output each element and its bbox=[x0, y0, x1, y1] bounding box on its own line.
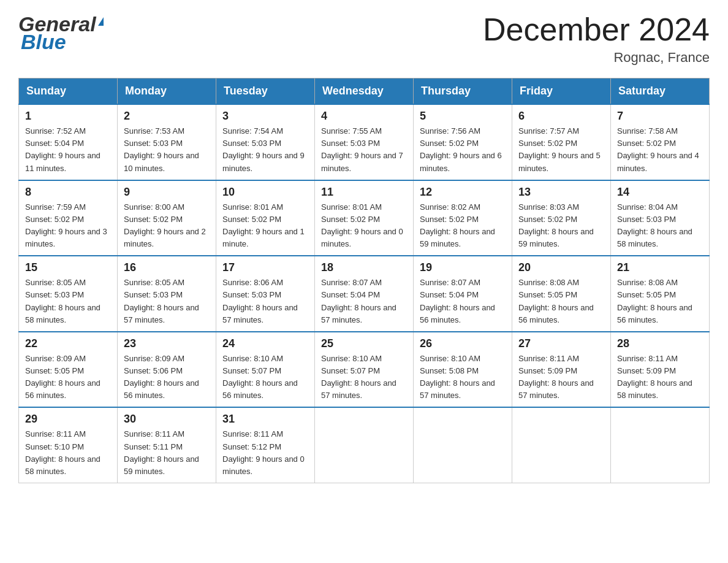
day-info: Sunrise: 7:54 AMSunset: 5:03 PMDaylight:… bbox=[222, 125, 308, 175]
logo: General Blue bbox=[18, 12, 104, 54]
day-info: Sunrise: 8:06 AMSunset: 5:03 PMDaylight:… bbox=[222, 277, 308, 326]
col-saturday: Saturday bbox=[611, 79, 710, 105]
day-info: Sunrise: 8:09 AMSunset: 5:06 PMDaylight:… bbox=[124, 353, 210, 402]
calendar-cell: 8 Sunrise: 7:59 AMSunset: 5:02 PMDayligh… bbox=[19, 180, 118, 256]
day-info: Sunrise: 7:58 AMSunset: 5:02 PMDaylight:… bbox=[617, 125, 703, 175]
day-number: 14 bbox=[617, 186, 703, 199]
calendar-cell: 12 Sunrise: 8:02 AMSunset: 5:02 PMDaylig… bbox=[414, 180, 512, 256]
day-info: Sunrise: 7:53 AMSunset: 5:03 PMDaylight:… bbox=[124, 125, 210, 175]
calendar-cell: 20 Sunrise: 8:08 AMSunset: 5:05 PMDaylig… bbox=[512, 256, 611, 332]
day-info: Sunrise: 8:00 AMSunset: 5:02 PMDaylight:… bbox=[124, 201, 210, 251]
calendar-cell: 30 Sunrise: 8:11 AMSunset: 5:11 PMDaylig… bbox=[118, 407, 216, 483]
day-number: 18 bbox=[321, 261, 407, 274]
calendar-cell: 26 Sunrise: 8:10 AMSunset: 5:08 PMDaylig… bbox=[414, 332, 512, 408]
calendar-cell: 7 Sunrise: 7:58 AMSunset: 5:02 PMDayligh… bbox=[611, 104, 710, 180]
calendar-cell: 18 Sunrise: 8:07 AMSunset: 5:04 PMDaylig… bbox=[315, 256, 414, 332]
col-sunday: Sunday bbox=[19, 79, 118, 105]
week-row-4: 22 Sunrise: 8:09 AMSunset: 5:05 PMDaylig… bbox=[19, 332, 710, 408]
day-number: 20 bbox=[518, 261, 604, 274]
day-info: Sunrise: 8:10 AMSunset: 5:08 PMDaylight:… bbox=[420, 353, 506, 402]
day-number: 17 bbox=[222, 261, 308, 274]
day-number: 10 bbox=[222, 186, 308, 199]
day-info: Sunrise: 8:10 AMSunset: 5:07 PMDaylight:… bbox=[321, 353, 407, 402]
day-number: 31 bbox=[222, 413, 308, 426]
day-number: 3 bbox=[222, 110, 308, 123]
calendar-cell: 21 Sunrise: 8:08 AMSunset: 5:05 PMDaylig… bbox=[611, 256, 710, 332]
col-thursday: Thursday bbox=[414, 79, 512, 105]
calendar-cell: 29 Sunrise: 8:11 AMSunset: 5:10 PMDaylig… bbox=[19, 407, 118, 483]
day-number: 2 bbox=[124, 110, 210, 123]
day-info: Sunrise: 8:02 AMSunset: 5:02 PMDaylight:… bbox=[420, 201, 506, 251]
day-info: Sunrise: 8:07 AMSunset: 5:04 PMDaylight:… bbox=[420, 277, 506, 326]
week-row-3: 15 Sunrise: 8:05 AMSunset: 5:03 PMDaylig… bbox=[19, 256, 710, 332]
week-row-5: 29 Sunrise: 8:11 AMSunset: 5:10 PMDaylig… bbox=[19, 407, 710, 483]
logo-triangle-icon bbox=[98, 17, 104, 26]
calendar-cell: 10 Sunrise: 8:01 AMSunset: 5:02 PMDaylig… bbox=[216, 180, 315, 256]
calendar-cell: 3 Sunrise: 7:54 AMSunset: 5:03 PMDayligh… bbox=[216, 104, 315, 180]
day-number: 16 bbox=[124, 261, 210, 274]
day-number: 23 bbox=[124, 337, 210, 350]
calendar-cell: 2 Sunrise: 7:53 AMSunset: 5:03 PMDayligh… bbox=[118, 104, 216, 180]
calendar-cell: 17 Sunrise: 8:06 AMSunset: 5:03 PMDaylig… bbox=[216, 256, 315, 332]
calendar-cell: 23 Sunrise: 8:09 AMSunset: 5:06 PMDaylig… bbox=[118, 332, 216, 408]
calendar-cell: 6 Sunrise: 7:57 AMSunset: 5:02 PMDayligh… bbox=[512, 104, 611, 180]
calendar-cell: 11 Sunrise: 8:01 AMSunset: 5:02 PMDaylig… bbox=[315, 180, 414, 256]
day-number: 1 bbox=[25, 110, 111, 123]
day-info: Sunrise: 8:04 AMSunset: 5:03 PMDaylight:… bbox=[617, 201, 703, 251]
page-header: General Blue December 2024 Rognac, Franc… bbox=[18, 12, 710, 66]
day-info: Sunrise: 7:57 AMSunset: 5:02 PMDaylight:… bbox=[518, 125, 604, 175]
calendar-table: Sunday Monday Tuesday Wednesday Thursday… bbox=[18, 78, 710, 483]
calendar-cell bbox=[611, 407, 710, 483]
day-info: Sunrise: 8:11 AMSunset: 5:11 PMDaylight:… bbox=[124, 428, 210, 478]
day-number: 5 bbox=[420, 110, 506, 123]
day-number: 26 bbox=[420, 337, 506, 350]
day-info: Sunrise: 8:11 AMSunset: 5:09 PMDaylight:… bbox=[518, 353, 604, 402]
calendar-header-row: Sunday Monday Tuesday Wednesday Thursday… bbox=[19, 79, 710, 105]
day-number: 8 bbox=[25, 186, 111, 199]
day-number: 7 bbox=[617, 110, 703, 123]
day-number: 15 bbox=[25, 261, 111, 274]
day-info: Sunrise: 8:03 AMSunset: 5:02 PMDaylight:… bbox=[518, 201, 604, 251]
calendar-cell: 25 Sunrise: 8:10 AMSunset: 5:07 PMDaylig… bbox=[315, 332, 414, 408]
day-number: 9 bbox=[124, 186, 210, 199]
day-number: 12 bbox=[420, 186, 506, 199]
day-info: Sunrise: 8:10 AMSunset: 5:07 PMDaylight:… bbox=[222, 353, 308, 402]
day-info: Sunrise: 8:01 AMSunset: 5:02 PMDaylight:… bbox=[321, 201, 407, 251]
calendar-cell: 5 Sunrise: 7:56 AMSunset: 5:02 PMDayligh… bbox=[414, 104, 512, 180]
day-number: 30 bbox=[124, 413, 210, 426]
col-monday: Monday bbox=[118, 79, 216, 105]
day-info: Sunrise: 7:59 AMSunset: 5:02 PMDaylight:… bbox=[25, 201, 111, 251]
day-info: Sunrise: 8:08 AMSunset: 5:05 PMDaylight:… bbox=[617, 277, 703, 326]
day-info: Sunrise: 7:52 AMSunset: 5:04 PMDaylight:… bbox=[25, 125, 111, 175]
day-number: 6 bbox=[518, 110, 604, 123]
calendar-cell: 19 Sunrise: 8:07 AMSunset: 5:04 PMDaylig… bbox=[414, 256, 512, 332]
month-title: December 2024 bbox=[483, 12, 710, 47]
day-number: 25 bbox=[321, 337, 407, 350]
day-number: 4 bbox=[321, 110, 407, 123]
day-info: Sunrise: 8:11 AMSunset: 5:12 PMDaylight:… bbox=[222, 428, 308, 478]
calendar-cell: 9 Sunrise: 8:00 AMSunset: 5:02 PMDayligh… bbox=[118, 180, 216, 256]
day-number: 24 bbox=[222, 337, 308, 350]
day-number: 13 bbox=[518, 186, 604, 199]
day-info: Sunrise: 8:08 AMSunset: 5:05 PMDaylight:… bbox=[518, 277, 604, 326]
day-info: Sunrise: 8:11 AMSunset: 5:09 PMDaylight:… bbox=[617, 353, 703, 402]
col-friday: Friday bbox=[512, 79, 611, 105]
week-row-2: 8 Sunrise: 7:59 AMSunset: 5:02 PMDayligh… bbox=[19, 180, 710, 256]
calendar-cell: 4 Sunrise: 7:55 AMSunset: 5:03 PMDayligh… bbox=[315, 104, 414, 180]
day-number: 27 bbox=[518, 337, 604, 350]
day-info: Sunrise: 7:56 AMSunset: 5:02 PMDaylight:… bbox=[420, 125, 506, 175]
day-number: 22 bbox=[25, 337, 111, 350]
day-info: Sunrise: 8:09 AMSunset: 5:05 PMDaylight:… bbox=[25, 353, 111, 402]
day-info: Sunrise: 8:05 AMSunset: 5:03 PMDaylight:… bbox=[25, 277, 111, 326]
calendar-cell: 14 Sunrise: 8:04 AMSunset: 5:03 PMDaylig… bbox=[611, 180, 710, 256]
calendar-cell: 22 Sunrise: 8:09 AMSunset: 5:05 PMDaylig… bbox=[19, 332, 118, 408]
calendar-cell: 24 Sunrise: 8:10 AMSunset: 5:07 PMDaylig… bbox=[216, 332, 315, 408]
day-number: 29 bbox=[25, 413, 111, 426]
day-info: Sunrise: 8:05 AMSunset: 5:03 PMDaylight:… bbox=[124, 277, 210, 326]
day-info: Sunrise: 8:11 AMSunset: 5:10 PMDaylight:… bbox=[25, 428, 111, 478]
day-info: Sunrise: 8:07 AMSunset: 5:04 PMDaylight:… bbox=[321, 277, 407, 326]
day-info: Sunrise: 8:01 AMSunset: 5:02 PMDaylight:… bbox=[222, 201, 308, 251]
day-number: 21 bbox=[617, 261, 703, 274]
location: Rognac, France bbox=[483, 50, 710, 66]
calendar-cell: 15 Sunrise: 8:05 AMSunset: 5:03 PMDaylig… bbox=[19, 256, 118, 332]
